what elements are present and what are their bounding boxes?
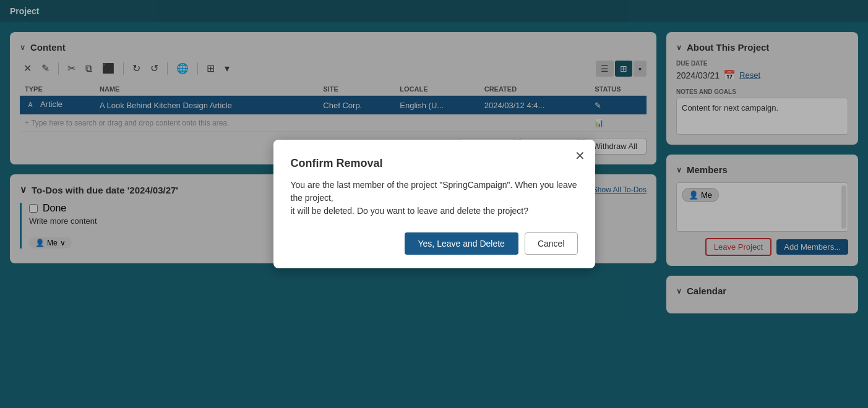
cancel-button[interactable]: Cancel — [525, 232, 578, 255]
modal-close-button[interactable]: ✕ — [575, 148, 585, 163]
confirm-removal-modal: ✕ Confirm Removal You are the last membe… — [273, 140, 595, 268]
modal-actions: Yes, Leave and Delete Cancel — [291, 232, 578, 255]
modal-body-text-1: You are the last member of the project "… — [291, 180, 577, 203]
modal-body-text-2: it will be deleted. Do you want to leave… — [291, 206, 528, 216]
modal-title: Confirm Removal — [291, 157, 578, 170]
modal-body: You are the last member of the project "… — [291, 179, 578, 218]
modal-overlay[interactable]: ✕ Confirm Removal You are the last membe… — [0, 0, 868, 408]
yes-leave-delete-button[interactable]: Yes, Leave and Delete — [405, 232, 518, 255]
